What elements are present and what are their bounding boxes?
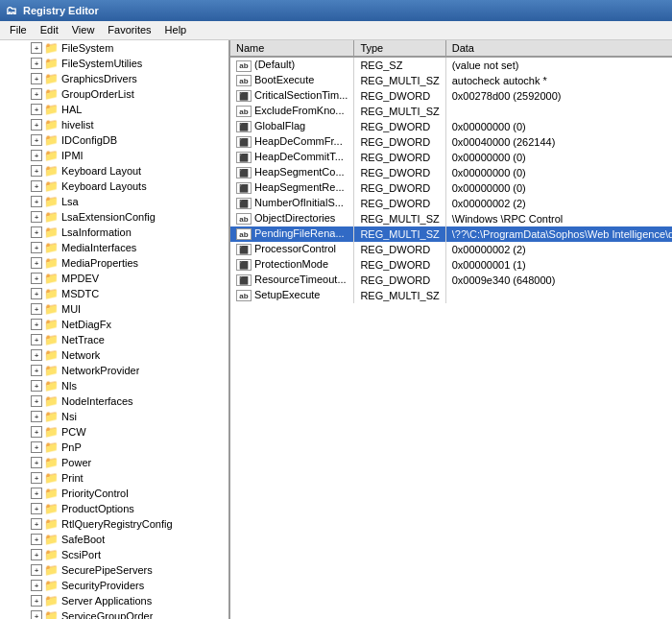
reg-type-icon: ab	[236, 60, 252, 72]
expand-btn[interactable]: +	[31, 134, 42, 146]
tree-item[interactable]: +📁NodeInterfaces	[0, 393, 228, 409]
table-row[interactable]: ⬛GlobalFlag REG_DWORD 0x00000000 (0)	[230, 119, 672, 134]
expand-btn[interactable]: +	[31, 610, 42, 619]
tree-item[interactable]: +📁GraphicsDrivers	[0, 71, 228, 86]
tree-item[interactable]: +📁GroupOrderList	[0, 86, 228, 102]
table-row[interactable]: ab(Default) REG_SZ (value not set)	[230, 57, 672, 73]
menu-file[interactable]: File	[4, 23, 33, 37]
menu-view[interactable]: View	[66, 23, 101, 37]
tree-item[interactable]: +📁SecurePipeServers	[0, 562, 228, 578]
tree-item[interactable]: +📁SecurityProviders	[0, 578, 228, 593]
table-row[interactable]: ⬛HeapSegmentCo... REG_DWORD 0x00000000 (…	[230, 165, 672, 180]
tree-item[interactable]: +📁NetTrace	[0, 332, 228, 347]
expand-btn[interactable]: +	[31, 273, 42, 284]
tree-item[interactable]: +📁PCW	[0, 424, 228, 440]
expand-btn[interactable]: +	[31, 334, 42, 345]
expand-btn[interactable]: +	[31, 488, 42, 499]
tree-item[interactable]: +📁Power	[0, 455, 228, 470]
expand-btn[interactable]: +	[31, 119, 42, 131]
expand-btn[interactable]: +	[31, 211, 42, 223]
expand-btn[interactable]: +	[31, 42, 42, 54]
expand-btn[interactable]: +	[31, 73, 42, 84]
tree-item[interactable]: +📁FileSystemUtilies	[0, 56, 228, 71]
tree-item[interactable]: +📁Nls	[0, 378, 228, 393]
tree-item[interactable]: +📁RtlQueryRegistryConfig	[0, 516, 228, 532]
tree-item[interactable]: +📁MUI	[0, 301, 228, 317]
table-row[interactable]: ⬛ProtectionMode REG_DWORD 0x00000001 (1)	[230, 257, 672, 273]
expand-btn[interactable]: +	[31, 518, 42, 530]
expand-btn[interactable]: +	[31, 349, 42, 361]
expand-btn[interactable]: +	[31, 104, 42, 115]
tree-item[interactable]: +📁NetDiagFx	[0, 317, 228, 332]
menu-edit[interactable]: Edit	[35, 23, 64, 37]
table-row[interactable]: abBootExecute REG_MULTI_SZ autocheck aut…	[230, 73, 672, 88]
tree-item[interactable]: +📁NetworkProvider	[0, 363, 228, 378]
tree-item[interactable]: +📁ProductOptions	[0, 501, 228, 516]
table-row[interactable]: ⬛ResourceTimeout... REG_DWORD 0x0009e340…	[230, 273, 672, 288]
expand-btn[interactable]: +	[31, 426, 42, 438]
expand-btn[interactable]: +	[31, 242, 42, 253]
tree-item[interactable]: +📁MSDTC	[0, 286, 228, 301]
expand-btn[interactable]: +	[31, 457, 42, 468]
table-row[interactable]: abPendingFileRena... REG_MULTI_SZ \??\C:…	[230, 226, 672, 242]
expand-btn[interactable]: +	[31, 58, 42, 69]
expand-btn[interactable]: +	[31, 549, 42, 560]
tree-item[interactable]: +📁MediaProperties	[0, 255, 228, 271]
expand-btn[interactable]: +	[31, 380, 42, 392]
tree-item[interactable]: +📁MediaInterfaces	[0, 240, 228, 255]
tree-item[interactable]: +📁Print	[0, 470, 228, 486]
tree-item[interactable]: +📁MPDEV	[0, 271, 228, 286]
table-row[interactable]: ⬛HeapSegmentRe... REG_DWORD 0x00000000 (…	[230, 180, 672, 196]
expand-btn[interactable]: +	[31, 319, 42, 330]
table-row[interactable]: ⬛HeapDeCommFr... REG_DWORD 0x00040000 (2…	[230, 134, 672, 150]
expand-btn[interactable]: +	[31, 472, 42, 484]
tree-item[interactable]: +📁hivelist	[0, 117, 228, 132]
tree-pane[interactable]: +📁FileSystem+📁FileSystemUtilies+📁Graphic…	[0, 40, 230, 619]
table-row[interactable]: ⬛ProcessorControl REG_DWORD 0x00000002 (…	[230, 242, 672, 257]
expand-btn[interactable]: +	[31, 288, 42, 299]
table-row[interactable]: abExcludeFromKno... REG_MULTI_SZ	[230, 104, 672, 119]
menu-favorites[interactable]: Favorites	[102, 23, 156, 37]
tree-item[interactable]: +📁Lsa	[0, 194, 228, 209]
expand-btn[interactable]: +	[31, 226, 42, 238]
tree-item[interactable]: +📁Nsi	[0, 409, 228, 424]
tree-item[interactable]: +📁FileSystem	[0, 40, 228, 56]
tree-item[interactable]: +📁LsaExtensionConfig	[0, 209, 228, 225]
tree-item[interactable]: +📁ScsiPort	[0, 547, 228, 562]
tree-item[interactable]: +📁ServiceGroupOrder	[0, 608, 228, 619]
expand-btn[interactable]: +	[31, 365, 42, 376]
expand-btn[interactable]: +	[31, 150, 42, 161]
expand-btn[interactable]: +	[31, 88, 42, 100]
table-row[interactable]: abObjectDirectories REG_MULTI_SZ \Window…	[230, 211, 672, 226]
expand-btn[interactable]: +	[31, 441, 42, 453]
table-row[interactable]: abSetupExecute REG_MULTI_SZ	[230, 288, 672, 303]
expand-btn[interactable]: +	[31, 303, 42, 315]
tree-item[interactable]: +📁SafeBoot	[0, 532, 228, 547]
expand-btn[interactable]: +	[31, 257, 42, 269]
expand-btn[interactable]: +	[31, 196, 42, 207]
expand-btn[interactable]: +	[31, 564, 42, 576]
tree-item[interactable]: +📁Keyboard Layouts	[0, 179, 228, 194]
expand-btn[interactable]: +	[31, 180, 42, 192]
tree-label: hivelist	[61, 119, 94, 131]
tree-item[interactable]: +📁IPMI	[0, 148, 228, 163]
expand-btn[interactable]: +	[31, 534, 42, 545]
expand-btn[interactable]: +	[31, 503, 42, 514]
tree-item[interactable]: +📁Server Applications	[0, 593, 228, 608]
tree-item[interactable]: +📁IDConfigDB	[0, 132, 228, 148]
tree-item[interactable]: +📁HAL	[0, 102, 228, 117]
tree-item[interactable]: +📁Network	[0, 347, 228, 363]
table-row[interactable]: ⬛HeapDeCommitT... REG_DWORD 0x00000000 (…	[230, 150, 672, 165]
expand-btn[interactable]: +	[31, 580, 42, 591]
menu-help[interactable]: Help	[159, 23, 193, 37]
tree-item[interactable]: +📁LsaInformation	[0, 225, 228, 240]
table-row[interactable]: ⬛NumberOfInitialS... REG_DWORD 0x0000000…	[230, 196, 672, 211]
expand-btn[interactable]: +	[31, 165, 42, 177]
expand-btn[interactable]: +	[31, 411, 42, 422]
table-row[interactable]: ⬛CriticalSectionTim... REG_DWORD 0x00278…	[230, 88, 672, 104]
tree-item[interactable]: +📁PnP	[0, 440, 228, 455]
expand-btn[interactable]: +	[31, 395, 42, 407]
expand-btn[interactable]: +	[31, 595, 42, 607]
tree-item[interactable]: +📁PriorityControl	[0, 486, 228, 501]
tree-item[interactable]: +📁Keyboard Layout	[0, 163, 228, 179]
